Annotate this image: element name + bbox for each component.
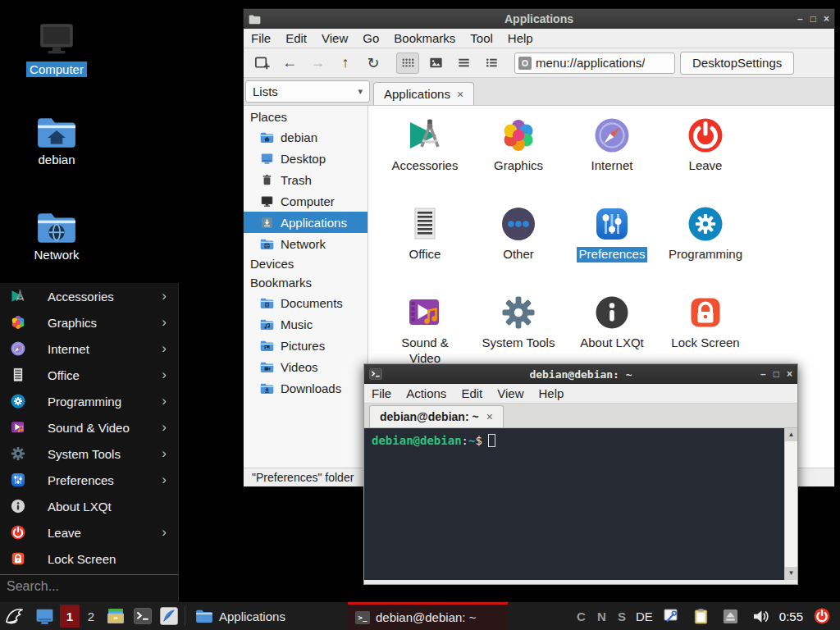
grid-item-other[interactable]: Other — [472, 203, 565, 291]
sidebar-item-music[interactable]: Music — [244, 313, 368, 335]
sidebar-mode-combo[interactable]: Lists ▾ — [245, 80, 370, 103]
sidebar-item-desktop[interactable]: Desktop — [244, 148, 368, 169]
grid-item-label: Internet — [591, 158, 633, 174]
tab-applications[interactable]: Applications × — [373, 82, 474, 105]
compact-view-button[interactable] — [452, 52, 475, 74]
search-input[interactable] — [7, 579, 171, 594]
chevron-right-icon: › — [162, 367, 167, 383]
up-button[interactable]: ↑ — [334, 52, 357, 74]
menu-item-internet[interactable]: Internet › — [0, 336, 178, 362]
terminal-launcher[interactable] — [130, 602, 156, 630]
sidebar-item-network[interactable]: Network — [244, 233, 368, 254]
removable-media-button[interactable] — [719, 602, 742, 630]
sidebar-item-trash[interactable]: Trash — [244, 169, 368, 190]
grid-item-graphics[interactable]: Graphics — [472, 114, 565, 203]
thumbnail-view-button[interactable] — [424, 52, 447, 74]
grid-item-programming[interactable]: Programming — [659, 203, 752, 291]
tab-close-icon[interactable]: × — [457, 88, 463, 101]
maximize-button[interactable]: □ — [810, 14, 816, 24]
screenshot-tray-button[interactable] — [659, 602, 683, 630]
scroll-up-icon[interactable]: ▲ — [785, 428, 797, 441]
tab-close-icon[interactable]: × — [486, 410, 493, 423]
internet-icon — [592, 116, 632, 155]
fm-menu-bookmarks[interactable]: Bookmarks — [386, 29, 463, 48]
term-menu-view[interactable]: View — [490, 384, 531, 403]
term-menu-help[interactable]: Help — [531, 384, 571, 403]
menu-item-accessories[interactable]: Accessories › — [0, 283, 178, 309]
close-button[interactable]: × — [787, 369, 792, 379]
fm-menu-edit[interactable]: Edit — [278, 29, 314, 48]
minimize-button[interactable]: – — [760, 369, 766, 379]
desktop-icon-computer[interactable]: Computer — [16, 18, 98, 77]
desktop-settings-button[interactable]: DesktopSettings — [680, 52, 794, 75]
keyboard-layout[interactable]: DE — [636, 609, 653, 623]
close-button[interactable]: × — [824, 14, 829, 24]
home-folder-icon — [36, 115, 77, 149]
desktop-icon-debian[interactable]: debian — [16, 115, 98, 167]
address-bar[interactable]: menu://applications/ — [514, 52, 675, 74]
icon-view-button[interactable] — [396, 52, 419, 74]
new-tab-button[interactable] — [250, 52, 273, 74]
forward-button[interactable]: → — [306, 52, 329, 74]
file-manager-launcher[interactable] — [102, 602, 130, 630]
minimize-button[interactable]: – — [797, 14, 803, 24]
menu-item-leave[interactable]: Leave › — [0, 519, 178, 546]
text-editor-launcher[interactable] — [156, 602, 182, 630]
terminal-tab[interactable]: debian@debian: ~ × — [369, 405, 504, 427]
file-manager-icon — [106, 607, 126, 625]
fm-menu-file[interactable]: File — [244, 29, 278, 48]
task-label: Applications — [219, 609, 285, 623]
terminal-scrollbar[interactable]: ▲ ▼ — [784, 428, 797, 580]
fm-menu-go[interactable]: Go — [355, 29, 386, 48]
sidebar-item-videos[interactable]: Videos — [244, 356, 368, 377]
task-button-terminal[interactable]: >_ debian@debian: ~ — [348, 602, 508, 630]
menu-item-programming[interactable]: Programming › — [0, 388, 178, 414]
term-menu-edit[interactable]: Edit — [454, 384, 490, 403]
menu-item-about-lxqt[interactable]: About LXQt — [0, 493, 178, 519]
grid-item-leave[interactable]: Leave — [659, 114, 752, 203]
terminal-titlebar[interactable]: debian@debian: ~ – □ × — [364, 364, 797, 384]
sidebar-item-debian[interactable]: debian — [244, 126, 368, 148]
clock[interactable]: 0:55 — [779, 609, 803, 623]
volume-button[interactable] — [748, 602, 774, 630]
menu-item-sound-video[interactable]: Sound & Video › — [0, 414, 178, 441]
task-button-applications[interactable]: Applications — [188, 602, 348, 630]
back-button[interactable]: ← — [278, 52, 301, 74]
fm-titlebar[interactable]: Applications – □ × — [244, 9, 834, 29]
sidebar-item-downloads[interactable]: Downloads — [244, 377, 368, 399]
maximize-button[interactable]: □ — [774, 369, 779, 379]
shutdown-button[interactable] — [809, 602, 835, 630]
grid-item-preferences[interactable]: Preferences — [565, 203, 659, 291]
desktop-icon-network[interactable]: Network — [16, 210, 98, 262]
sidebar-item-pictures[interactable]: Pictures — [244, 335, 368, 356]
menu-item-preferences[interactable]: Preferences › — [0, 467, 178, 493]
terminal-tabbar: debian@debian: ~ × — [364, 404, 797, 428]
menu-item-graphics[interactable]: Graphics › — [0, 309, 178, 336]
show-desktop-button[interactable] — [30, 602, 59, 630]
terminal-screen[interactable]: debian@debian:~$ — [364, 428, 784, 580]
workspace-2-button[interactable]: 2 — [81, 605, 101, 628]
icon-view-icon — [399, 54, 417, 71]
workspace-1-button[interactable]: 1 — [60, 605, 80, 628]
sidebar-item-documents[interactable]: Documents — [244, 292, 368, 313]
sidebar-item-label: Applications — [281, 216, 347, 230]
graphics-icon — [10, 314, 26, 331]
clipboard-tray-button[interactable] — [689, 602, 713, 630]
scroll-down-icon[interactable]: ▼ — [785, 567, 797, 580]
grid-item-office[interactable]: Office — [378, 203, 472, 291]
menu-item-office[interactable]: Office › — [0, 362, 178, 388]
sidebar-item-applications[interactable]: Applications — [244, 212, 368, 233]
fm-menu-help[interactable]: Help — [500, 29, 541, 48]
grid-item-internet[interactable]: Internet — [565, 114, 659, 203]
menu-item-lock-screen[interactable]: Lock Screen — [0, 546, 178, 572]
menu-item-system-tools[interactable]: System Tools › — [0, 441, 178, 467]
reload-button[interactable]: ↻ — [362, 52, 385, 74]
term-menu-actions[interactable]: Actions — [399, 384, 454, 403]
fm-menu-view[interactable]: View — [314, 29, 355, 48]
sidebar-item-computer[interactable]: Computer — [244, 190, 368, 212]
main-menu-button[interactable] — [0, 602, 30, 630]
detailed-view-button[interactable] — [480, 52, 503, 74]
grid-item-accessories[interactable]: Accessories — [378, 114, 472, 203]
term-menu-file[interactable]: File — [364, 384, 399, 403]
fm-menu-tool[interactable]: Tool — [463, 29, 500, 48]
